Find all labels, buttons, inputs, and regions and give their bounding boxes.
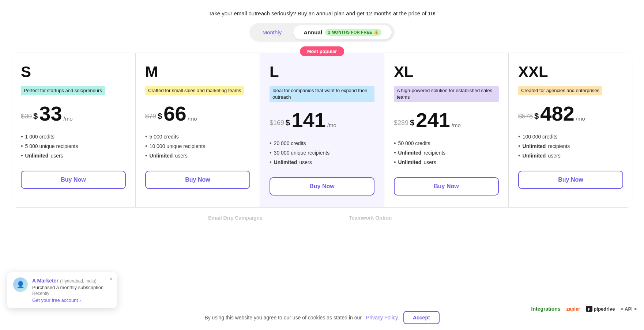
price-dollar-m: $	[158, 111, 162, 121]
feature-item: Unlimited recipients	[394, 148, 499, 158]
plan-desc-m: Crafted for small sales and marketing te…	[145, 86, 244, 95]
price-amount-l: 141	[291, 110, 325, 130]
price-period-m: /mo	[188, 115, 197, 122]
pipedrive-icon: p	[586, 306, 592, 312]
api-label: < API >	[621, 306, 637, 312]
features-list-m: 5 000 credits10 000 unique recipientsUnl…	[145, 132, 250, 160]
price-dollar-l: $	[286, 118, 290, 128]
pipedrive-integration[interactable]: p pipedrive	[586, 306, 615, 312]
billing-toggle: Monthly Annual 2 MONTHS FOR FREE 👍	[249, 23, 395, 42]
notification-link[interactable]: Get your free account ›	[32, 297, 111, 303]
plan-title-m: M	[145, 63, 250, 81]
price-period-l: /mo	[327, 122, 336, 128]
annual-label: Annual	[304, 29, 322, 35]
features-list-l: 20 000 credits30 000 unique recipientsUn…	[270, 139, 374, 167]
plan-card-m: MCrafted for small sales and marketing t…	[136, 53, 260, 207]
feature-item: Unlimited users	[518, 151, 623, 160]
price-dollar-xxl: $	[534, 111, 539, 121]
buy-now-button-s[interactable]: Buy Now	[21, 171, 126, 189]
plans-grid: SPerfect for startups and solopreneurs $…	[11, 53, 633, 208]
promo-text-content: Take your email outreach seriously? Buy …	[208, 10, 435, 16]
price-period-xxl: /mo	[576, 115, 585, 122]
plan-title-xxl: XXL	[518, 63, 623, 81]
feature-item: 100 000 credits	[518, 132, 623, 141]
page-wrapper: Take your email outreach seriously? Buy …	[0, 0, 644, 330]
price-row-s: $39 $ 33 /mo	[21, 103, 126, 124]
plan-title-l: L	[270, 63, 374, 81]
price-row-l: $169 $ 141 /mo	[270, 110, 374, 130]
plan-card-xl: XLA high-powered solution for establishe…	[384, 53, 509, 207]
price-old-xl: $289	[394, 119, 408, 127]
buy-now-button-xxl[interactable]: Buy Now	[518, 171, 623, 189]
integrations-label: Integrations	[531, 306, 561, 312]
feature-item: Unlimited recipients	[518, 141, 623, 151]
pipedrive-label: pipedrive	[594, 306, 615, 312]
price-amount-m: 66	[163, 103, 186, 124]
buy-now-button-l[interactable]: Buy Now	[270, 177, 374, 196]
feature-item: Unlimited users	[270, 158, 374, 167]
plan-title-s: S	[21, 63, 126, 81]
most-popular-badge: Most popular	[300, 46, 344, 56]
free-badge: 2 MONTHS FOR FREE 👍	[325, 29, 381, 36]
features-list-xxl: 100 000 creditsUnlimited recipientsUnlim…	[518, 132, 623, 160]
teamwork-col: Teamwork Option	[306, 215, 434, 221]
promo-text: Take your email outreach seriously? Buy …	[0, 0, 644, 23]
buy-now-button-xl[interactable]: Buy Now	[394, 177, 499, 196]
feature-item: 50 000 credits	[394, 139, 499, 148]
plan-desc-xl: A high-powered solution for established …	[394, 86, 499, 102]
price-old-l: $169	[270, 119, 284, 127]
integrations-bar: Integrations zapier p pipedrive < API >	[531, 306, 637, 312]
price-dollar-xl: $	[410, 118, 414, 128]
feature-item: Unlimited users	[21, 151, 126, 160]
privacy-policy-link[interactable]: Privacy Policy.	[366, 315, 399, 320]
plan-desc-s: Perfect for startups and solopreneurs	[21, 86, 105, 95]
plan-card-s: SPerfect for startups and solopreneurs $…	[11, 53, 136, 207]
notification-close-button[interactable]: ×	[109, 276, 113, 282]
buy-now-button-m[interactable]: Buy Now	[145, 171, 250, 189]
notification-name: A Marketer	[32, 278, 59, 284]
notification-avatar: 👤	[13, 277, 28, 292]
price-row-xl: $289 $ 241 /mo	[394, 110, 499, 130]
notification-popup: 👤 A Marketer (Hyderabad, India) Purchase…	[7, 272, 117, 308]
cookie-text: By using this website you agree to our u…	[204, 315, 362, 320]
plan-desc-xxl: Created for agencies and enterprises	[518, 86, 602, 95]
billing-toggle-wrapper: Monthly Annual 2 MONTHS FOR FREE 👍	[0, 23, 644, 42]
price-row-m: $79 $ 66 /mo	[145, 103, 250, 124]
feature-item: 10 000 unique recipients	[145, 141, 250, 151]
price-old-xxl: $578	[518, 113, 533, 120]
zapier-icon: zapier	[566, 306, 580, 312]
toggle-monthly[interactable]: Monthly	[252, 26, 292, 39]
plan-card-l: Most popularLIdeal for companies that wa…	[260, 53, 384, 207]
cookie-accept-button[interactable]: Accept	[403, 311, 440, 324]
price-old-m: $79	[145, 113, 156, 120]
notification-content: A Marketer (Hyderabad, India) Purchased …	[32, 277, 111, 303]
features-list-s: 1 000 credits5 000 unique recipientsUnli…	[21, 132, 126, 160]
api-integration[interactable]: < API >	[621, 306, 637, 312]
price-period-xl: /mo	[452, 122, 461, 128]
price-old-s: $39	[21, 113, 32, 120]
toggle-annual[interactable]: Annual 2 MONTHS FOR FREE 👍	[293, 25, 392, 39]
below-section: Email Drip Campaigns Teamwork Option	[0, 208, 644, 221]
price-dollar-s: $	[33, 111, 38, 121]
feature-item: Unlimited users	[394, 158, 499, 167]
price-period-s: /mo	[64, 115, 73, 122]
feature-item: 20 000 credits	[270, 139, 374, 148]
price-amount-xxl: 482	[540, 103, 574, 124]
feature-item: 5 000 credits	[145, 132, 250, 141]
plans-section: SPerfect for startups and solopreneurs $…	[0, 53, 644, 208]
notification-action: Purchased a monthly subscription	[32, 285, 111, 290]
notification-time: Recently	[32, 291, 111, 296]
price-amount-s: 33	[39, 103, 62, 124]
price-row-xxl: $578 $ 482 /mo	[518, 103, 623, 124]
plan-desc-l: Ideal for companies that want to expand …	[270, 86, 374, 102]
notification-location: (Hyderabad, India)	[60, 278, 96, 284]
features-list-xl: 50 000 creditsUnlimited recipientsUnlimi…	[394, 139, 499, 167]
feature-item: 5 000 unique recipients	[21, 141, 126, 151]
feature-item: 1 000 credits	[21, 132, 126, 141]
notification-link-text: Get your free account	[32, 297, 78, 303]
zapier-integration[interactable]: zapier	[566, 306, 580, 312]
feature-item: 30 000 unique recipients	[270, 148, 374, 158]
plan-title-xl: XL	[394, 63, 499, 81]
price-amount-xl: 241	[416, 110, 450, 130]
arrow-icon: ›	[79, 297, 81, 303]
